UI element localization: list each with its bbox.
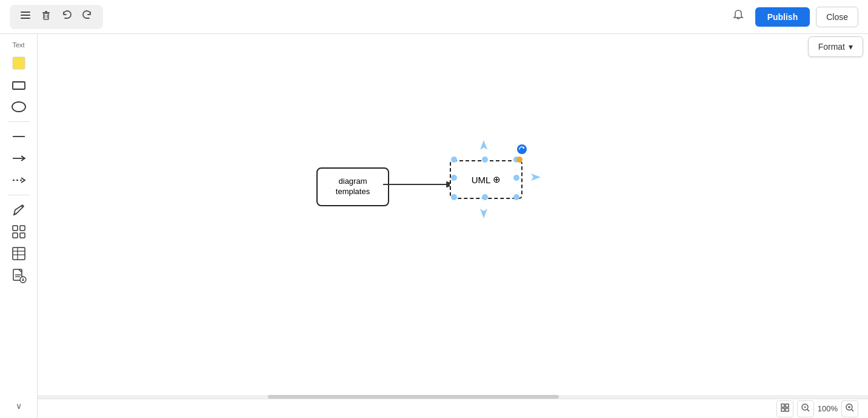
sidebar-item-arrow[interactable] xyxy=(5,149,32,168)
svg-rect-37 xyxy=(781,408,784,411)
redo-icon xyxy=(82,10,93,24)
zoom-level-label: 100% xyxy=(818,404,838,413)
svg-rect-1 xyxy=(21,15,30,16)
sidebar-item-sticky[interactable] xyxy=(5,53,32,73)
shape-uml[interactable]: UML ⊕ xyxy=(450,160,522,199)
svg-rect-8 xyxy=(13,57,25,69)
scrollbar-thumb[interactable] xyxy=(268,395,559,399)
format-label: Format xyxy=(818,42,845,52)
menu-button[interactable] xyxy=(17,8,34,25)
sidebar-divider-2 xyxy=(8,195,30,195)
svg-rect-18 xyxy=(13,233,18,238)
rotate-handle[interactable] xyxy=(517,144,527,154)
format-bar: Format ▾ xyxy=(808,36,863,57)
sidebar-collapse[interactable]: ∨ xyxy=(16,401,22,411)
sidebar-item-shapes[interactable] xyxy=(5,222,32,241)
handle-mid-left[interactable] xyxy=(451,175,457,181)
sidebar-item-rectangle[interactable] xyxy=(5,75,32,95)
handle-bottom-right[interactable] xyxy=(513,194,519,200)
sidebar: Text xyxy=(0,34,38,418)
zoom-out-button[interactable] xyxy=(797,400,814,417)
zoom-in-icon xyxy=(845,403,855,415)
statusbar: 100% xyxy=(38,399,868,418)
svg-line-41 xyxy=(807,410,809,411)
trash-icon xyxy=(41,10,52,24)
sidebar-item-pen[interactable] xyxy=(5,200,32,220)
sidebar-item-ellipse[interactable] xyxy=(5,97,32,116)
svg-rect-20 xyxy=(13,248,25,260)
svg-rect-2 xyxy=(21,18,30,19)
dir-arrow-bottom[interactable] xyxy=(478,201,490,218)
svg-marker-34 xyxy=(531,174,541,181)
toolbar: Publish Close xyxy=(0,0,868,34)
close-button[interactable]: Close xyxy=(816,7,858,27)
svg-rect-17 xyxy=(20,226,25,231)
sidebar-item-dashed-arrow[interactable] xyxy=(5,170,32,190)
bell-icon xyxy=(732,8,745,25)
svg-rect-19 xyxy=(20,233,25,238)
redo-button[interactable] xyxy=(79,8,96,25)
toolbar-actions xyxy=(10,5,103,29)
shape-templates-label: diagramtemplates xyxy=(336,177,370,197)
anchor-handle[interactable] xyxy=(516,157,522,163)
shape-uml-label: UML xyxy=(472,175,491,185)
delete-button[interactable] xyxy=(38,8,55,25)
svg-marker-32 xyxy=(480,140,487,150)
format-button[interactable]: Format ▾ xyxy=(808,36,863,57)
svg-rect-4 xyxy=(42,12,50,13)
menu-icon xyxy=(19,9,32,24)
svg-rect-5 xyxy=(45,11,47,12)
undo-icon xyxy=(61,10,72,24)
fit-icon xyxy=(780,403,790,415)
canvas[interactable]: diagramtemplates UML ⊕ xyxy=(38,34,868,399)
chevron-down-icon: ▾ xyxy=(849,42,853,52)
scrollbar-horizontal xyxy=(38,395,868,399)
handle-top-left[interactable] xyxy=(451,157,457,163)
handle-mid-right[interactable] xyxy=(513,175,519,181)
svg-rect-0 xyxy=(21,12,30,13)
handle-bottom-left[interactable] xyxy=(451,194,457,200)
svg-rect-35 xyxy=(781,404,784,407)
zoom-in-button[interactable] xyxy=(841,400,858,417)
svg-rect-38 xyxy=(786,408,789,411)
svg-rect-16 xyxy=(13,226,18,231)
undo-button[interactable] xyxy=(58,8,75,25)
diagram-area: diagramtemplates UML ⊕ xyxy=(316,143,571,240)
svg-rect-3 xyxy=(44,13,48,19)
sidebar-item-line[interactable] xyxy=(5,127,32,146)
publish-button[interactable]: Publish xyxy=(755,7,810,27)
move-cursor-icon: ⊕ xyxy=(493,174,501,185)
svg-rect-36 xyxy=(786,404,789,407)
handle-top-center[interactable] xyxy=(482,157,488,163)
shape-templates[interactable]: diagramtemplates xyxy=(316,167,389,206)
svg-marker-33 xyxy=(480,209,487,218)
zoom-controls: 100% xyxy=(776,400,858,417)
svg-point-10 xyxy=(12,102,25,112)
sidebar-item-import[interactable] xyxy=(5,266,32,285)
notification-button[interactable] xyxy=(727,6,749,28)
dir-arrow-top[interactable] xyxy=(478,140,490,157)
dir-arrow-right[interactable] xyxy=(524,171,541,183)
svg-line-45 xyxy=(852,410,853,411)
zoom-out-icon xyxy=(801,403,810,415)
svg-rect-9 xyxy=(13,82,25,89)
fit-button[interactable] xyxy=(776,400,793,417)
handle-bottom-center[interactable] xyxy=(482,194,488,200)
toolbar-right: Publish Close xyxy=(727,6,858,28)
sidebar-divider-1 xyxy=(8,121,30,122)
text-tool-label: Text xyxy=(12,41,24,49)
sidebar-item-table[interactable] xyxy=(5,244,32,263)
